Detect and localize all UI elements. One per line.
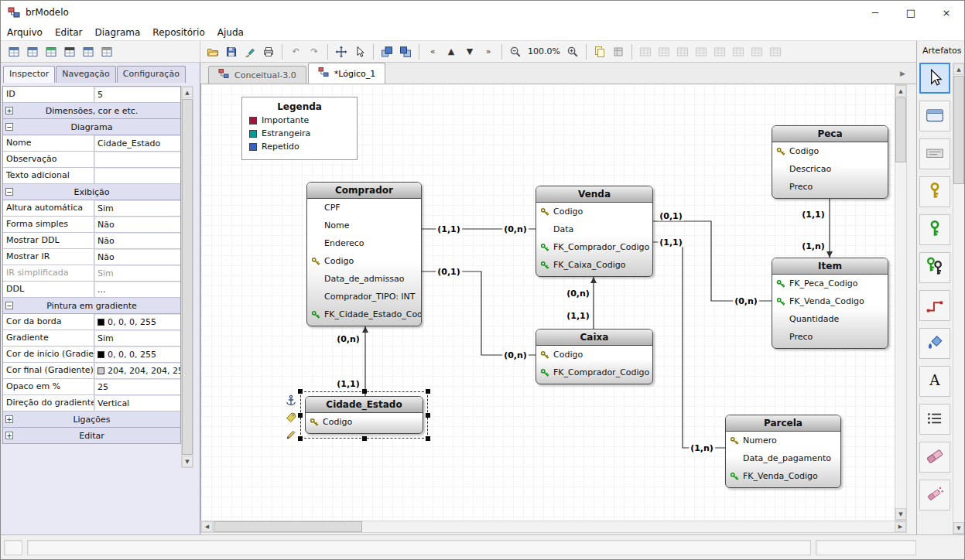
menu-ajuda[interactable]: Ajuda [211,26,250,39]
zoom-in-button[interactable] [564,43,581,60]
property-value[interactable]: Sim [94,265,180,281]
foreign-key-tool[interactable] [919,214,950,245]
nav-first-button[interactable]: « [424,43,441,60]
scrollbar-thumb[interactable] [214,521,362,532]
close-button[interactable]: × [929,1,964,24]
primary-key-tool[interactable] [919,176,950,207]
attribute-row[interactable]: CPF [307,199,421,217]
entity-parcela[interactable]: ParcelaNumeroData_de_pagamentoFK_Venda_C… [725,415,841,488]
tab-scroll-right-icon[interactable]: ▶ [900,70,905,77]
attribute-row[interactable]: Endereco [307,234,421,252]
property-value[interactable]: Sim [94,330,180,346]
expand-icon[interactable]: + [5,415,13,423]
expand-icon[interactable]: + [5,107,13,114]
select-tool[interactable] [919,63,950,94]
nav-up-button[interactable]: ▲ [443,43,460,60]
entity-comprador[interactable]: CompradorCPFNomeEnderecoCodigoData_de_ad… [306,182,422,326]
property-value[interactable] [94,152,180,167]
collapse-icon[interactable]: − [5,123,13,131]
property-value[interactable]: 0, 0, 0, 255 [94,347,180,362]
attribute-row[interactable]: Preco [772,328,888,346]
inspector-scrollbar[interactable]: ▲ ▼ [181,86,193,468]
selection-handle[interactable] [362,436,367,441]
property-value[interactable]: Não [94,249,180,265]
entity-venda[interactable]: VendaCodigoDataFK_Comprador_CodigoFK_Cai… [536,186,653,277]
entity-header[interactable]: Caixa [536,330,652,346]
attribute-row[interactable]: Data_de_pagamento [726,449,840,467]
connection-line[interactable] [653,221,772,301]
legend-box[interactable]: LegendaImportanteEstrangeiraRepetido [241,97,358,160]
fill-color-tool[interactable] [919,328,950,359]
scrollbar-track[interactable] [182,98,193,456]
eraser-tool[interactable] [919,442,950,473]
collapse-icon[interactable]: − [5,188,13,196]
convert-model-icon[interactable] [43,43,60,60]
property-value[interactable]: Sim [94,200,180,216]
attribute-row[interactable]: FK_Caixa_Codigo [536,256,652,274]
attribute-row[interactable]: FK_Cidade_Estado_Codig [307,306,421,323]
schema-tool-icon[interactable] [98,43,115,60]
selection-handle[interactable] [298,389,303,394]
tag-icon[interactable] [285,411,299,425]
scroll-up-icon[interactable]: ▲ [895,85,906,97]
scrollbar-track[interactable] [213,521,895,532]
expand-icon[interactable]: + [5,432,13,439]
print-button[interactable] [260,43,277,60]
entity-item[interactable]: ItemFK_Peca_CodigoFK_Venda_CodigoQuantid… [772,258,888,349]
connection-line[interactable] [653,242,725,448]
canvas-horizontal-scrollbar[interactable]: ◀ ▶ [200,521,907,533]
minimize-button[interactable]: ─ [857,1,893,24]
diagram-canvas[interactable]: LegendaImportanteEstrangeiraRepetidoComp… [200,84,895,521]
attribute-row[interactable]: Descricao [772,160,888,178]
bring-to-front-button[interactable] [378,43,395,60]
attribute-row[interactable]: Codigo [307,252,421,270]
menu-diagrama[interactable]: Diagrama [88,26,146,39]
tab-configura-o[interactable]: Configuração [117,66,186,83]
doc-tab-l-gico-1[interactable]: *Lógico_1 [308,63,385,84]
attribute-row[interactable]: Codigo [772,142,888,160]
scrollbar-track[interactable] [895,97,906,508]
property-value[interactable]: 5 [94,87,180,102]
selection-handle[interactable] [426,413,430,418]
style-brush-button[interactable] [241,43,258,60]
section-diagrama[interactable]: −Diagrama [3,119,180,135]
open-model-icon[interactable] [24,43,41,60]
pointer-mode-button[interactable] [351,43,368,60]
save-button[interactable] [223,43,240,60]
entity-header[interactable]: Peca [772,126,888,142]
scroll-down-icon[interactable]: ▼ [895,508,906,520]
menu-editar[interactable]: Editar [49,26,89,39]
doc-tab-conceitual-3-0[interactable]: Conceitual-3.0 [208,66,306,84]
entity-header[interactable]: Item [772,258,888,275]
clear-all-tool[interactable] [919,480,950,510]
property-value[interactable] [94,168,180,183]
attribute-row[interactable]: Data_de_admissao [307,270,421,288]
zoom-out-button[interactable] [507,43,524,60]
property-value[interactable]: Vertical [94,395,180,411]
attribute-row[interactable]: FK_Comprador_Codigo [536,364,652,381]
send-to-back-button[interactable] [397,43,414,60]
entity-tool-icon[interactable] [61,43,78,60]
scroll-right-icon[interactable]: ▶ [895,521,906,532]
snap-move-button[interactable] [333,43,350,60]
property-value[interactable]: 204, 204, 204, 255 [94,363,180,378]
collapse-icon[interactable]: − [5,302,13,309]
artefatos-scrollbar[interactable]: ▲ ▼ [953,63,965,534]
attribute-row[interactable]: Codigo [536,203,652,220]
menu-reposit-rio[interactable]: Repositório [146,26,210,39]
property-value[interactable]: Cidade_Estado [94,135,180,151]
scroll-down-icon[interactable]: ▼ [953,522,964,534]
selection-handle[interactable] [426,389,430,394]
entity-caixa[interactable]: CaixaCodigoFK_Comprador_Codigo [536,329,653,384]
open-button[interactable] [204,43,221,60]
property-value[interactable]: ... [94,282,180,297]
edit-pencil-icon[interactable] [285,427,299,441]
attribute-row[interactable]: Numero [726,432,840,449]
tree-view-icon[interactable] [80,43,97,60]
entity-header[interactable]: Comprador [307,183,421,199]
scroll-left-icon[interactable]: ◀ [201,521,213,532]
selection-handle[interactable] [426,436,430,441]
new-model-icon[interactable] [5,43,22,60]
undo-button[interactable]: ↶ [287,43,304,60]
attribute-row[interactable]: FK_Comprador_Codigo [536,238,652,256]
